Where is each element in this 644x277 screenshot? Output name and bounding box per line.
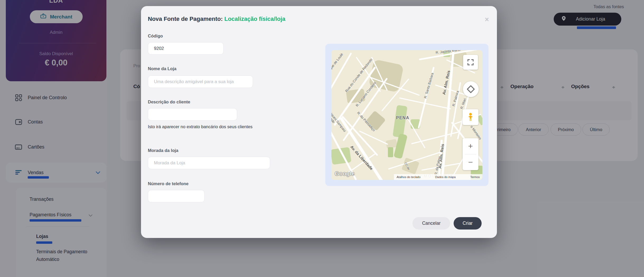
modal-title-type: Localização física/loja xyxy=(224,16,285,22)
customer-description-label: Descrição do cliente xyxy=(148,99,190,104)
zoom-control: + − xyxy=(463,138,478,170)
terms-link[interactable]: Termos xyxy=(470,175,480,179)
keyboard-shortcuts-link[interactable]: Atalhos do teclado xyxy=(397,175,421,179)
close-icon[interactable]: × xyxy=(481,14,492,25)
pan-control[interactable] xyxy=(463,81,479,97)
modal-title: Nova Fonte de Pagamento: Localização fís… xyxy=(148,16,285,22)
zoom-out-button[interactable]: − xyxy=(463,154,478,170)
app-window: LDA Merchant Admin Saldo Disponível € 0,… xyxy=(0,0,644,277)
map-attribution: Atalhos do teclado Dados do mapa Termos xyxy=(394,174,482,180)
store-address-input[interactable] xyxy=(148,157,270,169)
cancel-button[interactable]: Cancelar xyxy=(412,217,450,230)
phone-number-label: Número de telefone xyxy=(148,181,189,186)
store-name-input[interactable] xyxy=(148,75,253,88)
code-label: Código xyxy=(148,34,163,39)
street-label: R. Palmira xyxy=(452,90,460,107)
modal-title-prefix: Nova Fonte de Pagamento: xyxy=(148,16,224,22)
google-map[interactable]: que de Loulé Rua do Conde de Redondo R. … xyxy=(331,50,482,180)
code-input[interactable] xyxy=(148,42,224,55)
customer-description-input[interactable] xyxy=(148,108,237,121)
map-data-link[interactable]: Dados do mapa xyxy=(435,175,456,179)
fullscreen-button[interactable] xyxy=(463,55,478,70)
phone-number-input[interactable] xyxy=(148,190,205,202)
zoom-in-button[interactable]: + xyxy=(463,138,478,154)
customer-description-help: Isto irá aparecer no extrato bancário do… xyxy=(148,123,272,130)
store-name-label: Nome da Loja xyxy=(148,66,176,71)
district-label: PENA xyxy=(396,116,409,120)
google-logo[interactable]: Google xyxy=(335,170,355,177)
new-payment-source-modal: Nova Fonte de Pagamento: Localização fís… xyxy=(141,6,497,238)
create-button[interactable]: Criar xyxy=(454,217,482,230)
map-panel: que de Loulé Rua do Conde de Redondo R. … xyxy=(325,44,488,186)
store-address-label: Morada da loja xyxy=(148,148,178,153)
street-label: R. Santa Bárbara xyxy=(423,72,434,99)
street-view-pegman-button[interactable] xyxy=(463,109,478,125)
